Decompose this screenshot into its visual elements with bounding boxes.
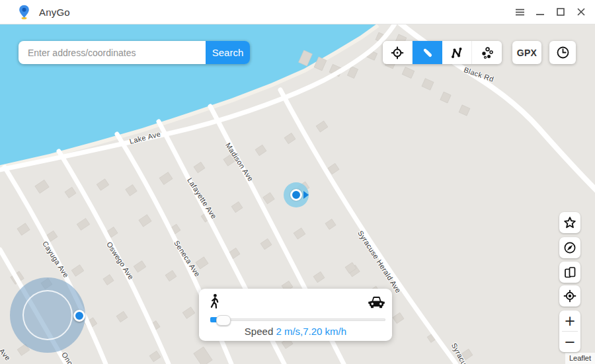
current-location-marker[interactable]: [284, 182, 309, 207]
building: [77, 218, 89, 230]
clock-icon: [556, 46, 570, 59]
zoom-out-button[interactable]: −: [559, 332, 580, 352]
building: [260, 238, 272, 249]
movement-mode-group: [383, 41, 502, 64]
title-bar: AnyGo: [0, 0, 595, 24]
star-icon: [563, 216, 576, 229]
location-dot-icon: [290, 189, 302, 201]
building: [134, 261, 146, 273]
building: [71, 265, 84, 277]
zoom-in-button[interactable]: +: [559, 310, 580, 331]
menu-icon[interactable]: [512, 5, 527, 19]
building: [325, 219, 336, 230]
building: [402, 67, 415, 78]
slider-track: [210, 318, 385, 321]
building: [194, 347, 212, 364]
locate-button[interactable]: [559, 285, 580, 307]
search-input[interactable]: [19, 41, 206, 64]
building: [165, 270, 177, 281]
multi-route-icon: [450, 46, 463, 59]
locate-icon: [563, 289, 576, 303]
building: [97, 179, 109, 191]
map-canvas[interactable]: Lake AveMadison AveLafayette AveSeneca A…: [0, 24, 595, 364]
anygo-window: AnyGo: [0, 0, 595, 364]
direction-joystick[interactable]: [10, 277, 85, 353]
building: [35, 180, 49, 193]
building: [182, 307, 195, 319]
jump-teleport-mode-button[interactable]: [472, 41, 502, 64]
compass-button[interactable]: [559, 237, 580, 258]
leaflet-attribution[interactable]: Leaflet: [565, 353, 595, 364]
building: [459, 105, 470, 116]
favorites-button[interactable]: [559, 212, 580, 233]
compass-icon: [563, 241, 576, 254]
jump-dots-icon: [481, 46, 494, 59]
building: [393, 312, 404, 323]
building: [440, 92, 451, 103]
building: [284, 133, 296, 143]
heading-arrow-icon: [303, 191, 309, 199]
building: [139, 215, 151, 227]
building: [255, 145, 266, 155]
building: [116, 311, 128, 322]
building: [126, 184, 137, 196]
search-button[interactable]: Search: [206, 41, 250, 64]
building: [316, 121, 328, 132]
car-icon: [368, 294, 385, 313]
speed-panel: Speed 2 m/s,7.20 km/h: [199, 289, 392, 341]
building: [65, 187, 76, 198]
crosshair-icon: [391, 46, 404, 59]
gpx-button[interactable]: GPX: [512, 41, 541, 64]
minimize-icon[interactable]: [533, 5, 547, 19]
building: [159, 172, 173, 185]
window-controls: [512, 0, 588, 24]
anygo-logo-icon: [19, 5, 30, 20]
devices-button[interactable]: [559, 262, 580, 283]
building: [149, 351, 161, 361]
walk-icon: [207, 293, 222, 314]
building: [194, 162, 205, 172]
close-icon[interactable]: [574, 5, 588, 19]
building: [103, 275, 114, 285]
speed-readout: Speed 2 m/s,7.20 km/h: [199, 326, 392, 337]
building: [313, 272, 325, 282]
teleport-mode-button[interactable]: [383, 41, 413, 64]
building: [231, 201, 243, 212]
history-button[interactable]: [549, 41, 576, 64]
joystick-ring: [22, 290, 73, 340]
building: [422, 79, 434, 91]
maximize-icon[interactable]: [553, 5, 568, 19]
route-icon: [421, 46, 434, 59]
building: [263, 192, 274, 203]
devices-icon: [563, 266, 576, 279]
joystick-knob[interactable]: [73, 310, 85, 322]
speed-label: Speed: [245, 326, 273, 337]
search-bar: Search: [19, 41, 250, 64]
app-title: AnyGo: [39, 7, 70, 18]
two-spot-route-button[interactable]: [413, 41, 442, 64]
slider-thumb[interactable]: [216, 315, 231, 326]
building: [294, 228, 305, 239]
zoom-controls: + −: [559, 310, 580, 352]
speed-slider[interactable]: [210, 315, 385, 324]
building: [17, 223, 30, 235]
multi-spot-route-button[interactable]: [442, 41, 472, 64]
speed-value: 2 m/s,7.20 km/h: [276, 326, 346, 337]
